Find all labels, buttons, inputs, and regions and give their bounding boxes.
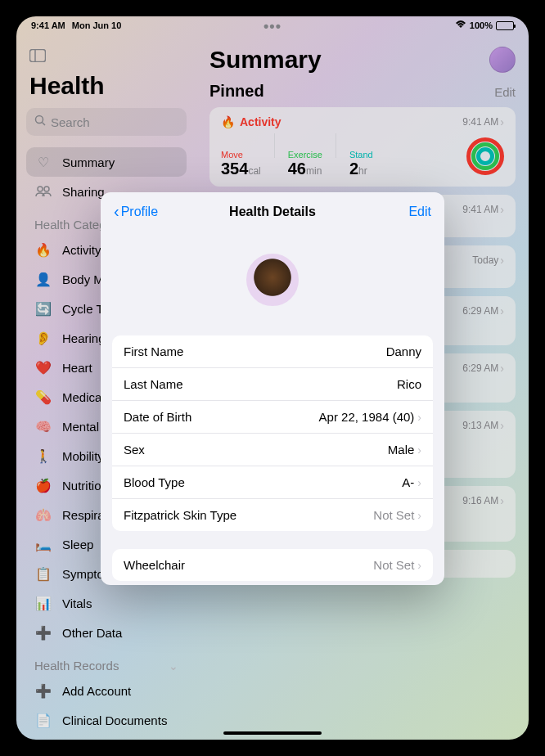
detail-value: A- › bbox=[402, 475, 421, 489]
detail-row[interactable]: Date of BirthApr 22, 1984 (40) › bbox=[112, 401, 433, 434]
detail-label: Sex bbox=[124, 443, 145, 457]
detail-value: Rico bbox=[397, 377, 421, 391]
detail-label: First Name bbox=[124, 344, 183, 358]
home-indicator[interactable] bbox=[223, 731, 322, 735]
edit-button[interactable]: Edit bbox=[408, 205, 431, 219]
detail-label: Date of Birth bbox=[124, 410, 191, 424]
modal-title: Health Details bbox=[229, 205, 316, 219]
detail-label: Blood Type bbox=[124, 475, 185, 489]
detail-row: First NameDanny bbox=[112, 335, 433, 368]
detail-value: Apr 22, 1984 (40) › bbox=[319, 410, 421, 424]
health-details-modal: ‹ Profile Health Details Edit First Name… bbox=[101, 192, 444, 585]
detail-row-wheelchair[interactable]: Wheelchair Not Set› bbox=[112, 549, 433, 581]
ipad-frame: 9:41 AM Mon Jun 10 ••• 100% Health bbox=[0, 0, 545, 756]
detail-value: Not Set › bbox=[373, 508, 421, 522]
wheelchair-group: Wheelchair Not Set› bbox=[112, 549, 433, 581]
detail-row[interactable]: Fitzpatrick Skin TypeNot Set › bbox=[112, 499, 433, 531]
detail-value: Danny bbox=[386, 344, 421, 358]
detail-label: Last Name bbox=[124, 377, 183, 391]
chevron-left-icon: ‹ bbox=[114, 202, 119, 221]
profile-avatar-large[interactable] bbox=[246, 254, 299, 306]
detail-value: Male › bbox=[388, 443, 421, 457]
chevron-right-icon: › bbox=[417, 476, 421, 489]
chevron-right-icon: › bbox=[417, 411, 421, 424]
chevron-right-icon: › bbox=[417, 509, 421, 522]
back-button[interactable]: ‹ Profile bbox=[114, 202, 158, 221]
detail-row[interactable]: Blood TypeA- › bbox=[112, 466, 433, 499]
modal-backdrop: ‹ Profile Health Details Edit First Name… bbox=[16, 16, 529, 740]
screen: 9:41 AM Mon Jun 10 ••• 100% Health bbox=[16, 16, 529, 740]
detail-row: Last NameRico bbox=[112, 368, 433, 401]
chevron-right-icon: › bbox=[417, 559, 421, 572]
detail-row[interactable]: SexMale › bbox=[112, 434, 433, 466]
details-group: First NameDannyLast NameRicoDate of Birt… bbox=[112, 335, 433, 531]
detail-label: Fitzpatrick Skin Type bbox=[124, 508, 236, 522]
chevron-right-icon: › bbox=[417, 443, 421, 457]
